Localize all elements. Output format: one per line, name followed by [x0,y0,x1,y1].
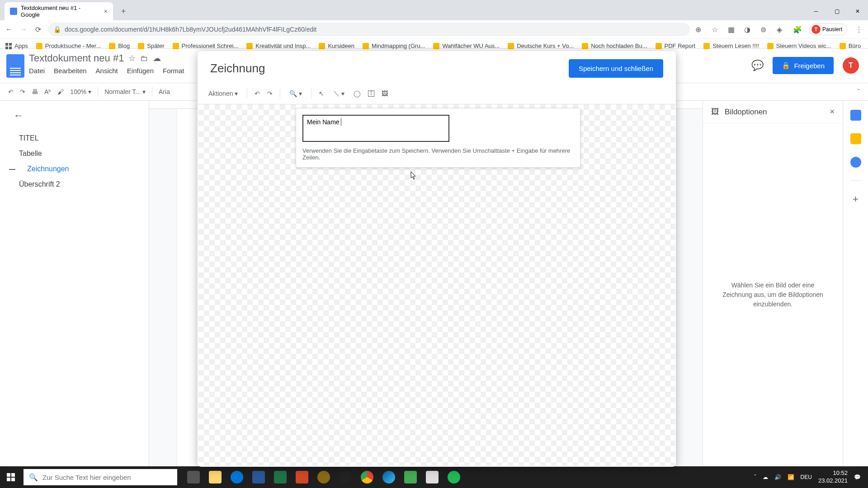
save-close-button[interactable]: Speichern und schließen [569,59,663,78]
language-indicator[interactable]: DEU [801,474,812,480]
minimize-button[interactable]: ─ [806,2,826,20]
reload-button[interactable]: ⟳ [33,25,42,34]
font-select[interactable]: Aria [159,88,170,95]
taskbar-search[interactable]: 🔍 [24,469,177,485]
forward-button[interactable]: → [19,25,28,34]
outline-item[interactable]: Tabelle [14,146,140,161]
excel-icon[interactable] [269,466,291,488]
url-field[interactable]: 🔒 docs.google.com/document/d/1hUH8k6h7Lb… [48,23,690,36]
add-icon[interactable]: + [853,193,859,205]
docs-logo-icon[interactable] [6,54,24,78]
outline-item[interactable]: Überschrift 2 [14,177,140,192]
actions-menu[interactable]: Aktionen ▾ [207,88,240,99]
clock[interactable]: 10:52 23.02.2021 [818,469,848,485]
apps-bookmark[interactable]: Apps [5,42,28,49]
menu-icon[interactable]: ⋮ [855,25,863,33]
bookmark-item[interactable]: Büro [840,42,861,49]
ext3-icon[interactable]: ◈ [777,25,785,33]
keep-icon[interactable] [850,133,861,144]
explorer-icon[interactable] [204,466,226,488]
tab-close-icon[interactable]: × [104,8,108,15]
bookmark-item[interactable]: Steuern Videos wic... [767,42,831,49]
bookmark-item[interactable]: Später [138,42,164,49]
start-button[interactable] [0,466,22,488]
bookmark-item[interactable]: Blog [109,42,130,49]
back-button[interactable]: ← [5,25,14,34]
powerpoint-icon[interactable] [291,466,313,488]
close-icon[interactable]: × [830,107,835,117]
redo-icon[interactable]: ↷ [267,90,273,97]
bookmark-item[interactable]: PDF Report [656,42,696,49]
taskbar-search-input[interactable] [42,474,172,481]
drawing-canvas[interactable]: Mein Name Verwenden Sie die Eingabetaste… [198,104,675,466]
edge-legacy-icon[interactable] [226,466,248,488]
share-button[interactable]: 🔒 Freigeben [773,57,834,74]
tray-expand-icon[interactable]: ˆ [755,474,756,480]
zoom-icon[interactable]: ⊕ [695,25,703,33]
shape-tool-icon[interactable]: ◯ [354,90,361,97]
obs-icon[interactable] [335,466,356,488]
ext2-icon[interactable]: ⊚ [760,25,769,33]
star-icon[interactable]: ☆ [128,53,136,63]
user-avatar[interactable]: T [843,57,859,74]
bookmark-item[interactable]: Kreativität und Insp... [246,42,311,49]
bookmark-item[interactable]: Deutsche Kurs + Vo... [508,42,574,49]
outline-item[interactable]: TITEL [14,131,140,146]
close-window-button[interactable]: ✕ [847,2,868,20]
maximize-button[interactable]: ▢ [826,2,847,20]
edge-icon[interactable] [378,466,400,488]
browser-tab[interactable]: Textdokument neu #1 - Google × [5,2,113,20]
bookmark-item[interactable]: Mindmapping (Gru... [363,42,425,49]
star-icon[interactable]: ☆ [712,25,720,33]
bookmark-item[interactable]: Noch hochladen Bu... [582,42,647,49]
undo-icon[interactable]: ↶ [255,90,260,97]
outline-back-icon[interactable]: ← [14,110,140,122]
zoom-tool[interactable]: 🔍 ▾ [288,88,304,99]
profile-badge[interactable]: T Pausiert [809,23,847,35]
wifi-icon[interactable]: 📶 [788,474,794,480]
menu-file[interactable]: Datei [29,67,45,75]
extensions-icon[interactable]: 🧩 [793,25,801,33]
outline-item-active[interactable]: Zeichnungen [14,161,140,177]
line-tool[interactable]: ＼ ▾ [331,88,346,99]
ext1-icon[interactable]: ◑ [744,25,752,33]
menu-insert[interactable]: Einfügen [127,67,154,75]
menu-view[interactable]: Ansicht [96,67,118,75]
print-icon[interactable]: 🖶 [32,88,38,95]
menu-edit[interactable]: Bearbeiten [54,67,87,75]
word-icon[interactable] [248,466,269,488]
app-icon[interactable] [400,466,421,488]
chrome-icon[interactable] [356,466,378,488]
redo-icon[interactable]: ↷ [20,88,25,95]
bookmark-item[interactable]: Steuern Lesen !!!! [703,42,759,49]
tasks-icon[interactable] [850,157,861,168]
spellcheck-icon[interactable]: Aᵇ [44,88,51,95]
image-tool-icon[interactable]: 🖼 [382,90,388,97]
textbox-tool-icon[interactable]: 🅃 [368,90,374,97]
menu-format[interactable]: Format [163,67,184,75]
paint-format-icon[interactable]: 🖌 [57,88,64,95]
new-tab-button[interactable]: + [117,5,130,18]
undo-icon[interactable]: ↶ [8,88,14,95]
task-view-icon[interactable] [183,466,204,488]
style-select[interactable]: Normaler T... ▾ [104,88,146,95]
onedrive-icon[interactable]: ☁ [763,474,768,480]
move-icon[interactable]: 🗀 [140,54,148,63]
bookmark-item[interactable]: Kursideen [319,42,354,49]
select-tool-icon[interactable]: ↖ [319,90,324,97]
qr-icon[interactable]: ▦ [728,25,736,33]
spotify-icon[interactable] [443,466,465,488]
doc-title[interactable]: Textdokument neu #1 [29,52,124,64]
bookmark-item[interactable]: Wahlfächer WU Aus... [433,42,500,49]
app-icon[interactable] [313,466,335,488]
notepad-icon[interactable] [421,466,443,488]
bookmark-item[interactable]: Professionell Schrei... [173,42,239,49]
zoom-select[interactable]: 100% ▾ [70,88,91,95]
drawing-text-input[interactable]: Mein Name [302,115,449,142]
bookmark-item[interactable]: Produktsuche - Mer... [36,42,101,49]
notifications-icon[interactable]: 💬 [854,474,861,480]
comments-icon[interactable]: 💬 [751,60,764,71]
calendar-icon[interactable] [850,110,861,121]
volume-icon[interactable]: 🔊 [774,474,781,480]
cloud-icon[interactable]: ☁ [153,53,161,63]
